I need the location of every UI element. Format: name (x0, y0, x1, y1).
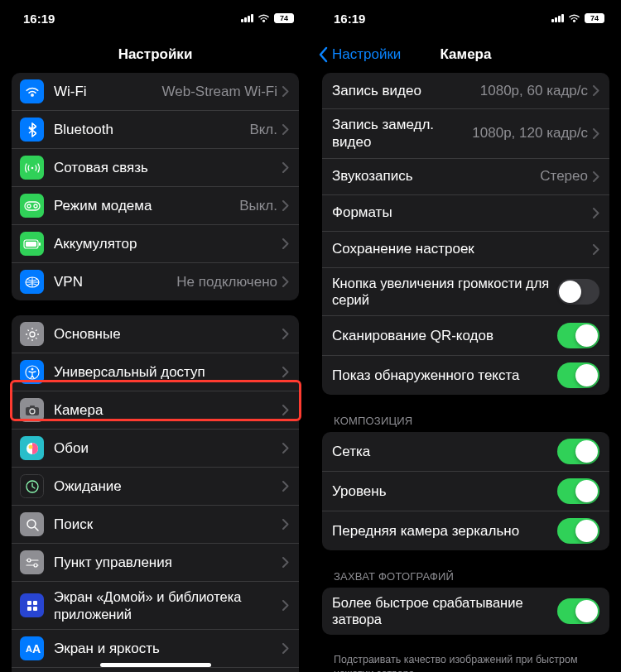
camera-row[interactable]: Более быстрое срабатывание затвора (322, 588, 609, 635)
camera-row[interactable]: ЗвукозаписьСтерео (322, 159, 609, 195)
back-button[interactable]: Настройки (319, 46, 401, 63)
status-bar: 16:19 74 (0, 0, 310, 36)
status-bar: 16:19 74 (310, 0, 621, 36)
svg-point-10 (31, 367, 33, 370)
row-value: Web-Stream Wi-Fi (162, 84, 277, 100)
chevron-right-icon (282, 200, 289, 211)
chevron-right-icon (282, 643, 289, 654)
camera-row[interactable]: Запись замедл. видео1080p, 120 кадр/с (322, 109, 609, 159)
row-label: Ожидание (54, 478, 282, 495)
toggle-switch[interactable] (557, 439, 599, 464)
toggle-switch[interactable] (557, 362, 599, 388)
settings-row-hot[interactable]: Режим модемаВыкл. (12, 187, 299, 225)
row-label: Сетка (332, 443, 557, 460)
row-value: Вкл. (249, 122, 277, 138)
row-label: Аккумулятор (54, 235, 282, 252)
section-header-capture: ЗАХВАТ ФОТОГРАФИЙ (322, 565, 609, 588)
settings-row-siri[interactable]: Siri (12, 668, 299, 672)
chevron-right-icon (282, 162, 289, 173)
camera-row[interactable]: Форматы (322, 195, 609, 232)
wifi-icon (568, 13, 580, 23)
row-label: Звукозапись (332, 167, 540, 185)
settings-row-acc[interactable]: Универсальный доступ (12, 353, 299, 391)
settings-row-sea[interactable]: Поиск (12, 506, 299, 544)
row-label: Запись видео (332, 82, 480, 99)
svg-rect-23 (33, 607, 37, 611)
chevron-right-icon (282, 124, 289, 135)
page-title: Камера (440, 46, 492, 63)
row-label: Пункт управления (54, 554, 282, 571)
row-label: Камера (54, 401, 282, 419)
row-label: Bluetooth (54, 121, 249, 138)
svg-point-0 (31, 166, 33, 169)
chevron-right-icon (282, 276, 289, 287)
row-label: Кнопка увеличения громкости для серий (332, 275, 557, 309)
row-label: Экран и яркость (54, 640, 282, 657)
toggle-switch[interactable] (557, 323, 599, 348)
hot-icon (20, 194, 44, 218)
toggle-switch[interactable] (557, 598, 599, 624)
row-value: 1080p, 60 кадр/с (480, 83, 588, 99)
camera-group-composition: СеткаУровеньПередняя камера зеркально (322, 432, 609, 550)
bri-icon: AA (20, 636, 44, 660)
svg-rect-5 (26, 242, 36, 247)
row-label: Экран «Домой» и библиотека приложений (54, 588, 282, 622)
camera-row[interactable]: Кнопка увеличения громкости для серий (322, 268, 609, 316)
chevron-right-icon (282, 405, 289, 415)
camera-row[interactable]: Сетка (322, 432, 609, 472)
settings-row-bat[interactable]: Аккумулятор (12, 225, 299, 263)
camera-row[interactable]: Уровень (322, 472, 609, 511)
battery-indicator: 74 (274, 13, 294, 23)
settings-row-bt[interactable]: BluetoothВкл. (12, 111, 299, 149)
nav-header: Настройки Камера (310, 36, 621, 73)
chevron-right-icon (282, 557, 289, 568)
wifi-icon (258, 13, 270, 23)
chevron-right-icon (282, 481, 289, 492)
settings-row-wall[interactable]: Обои (12, 430, 299, 468)
row-label: VPN (54, 273, 176, 290)
chevron-right-icon (282, 443, 289, 454)
chevron-right-icon (282, 519, 289, 530)
chevron-right-icon (282, 600, 289, 611)
chevron-right-icon (282, 86, 289, 97)
vpn-icon (20, 270, 44, 294)
gen-icon (20, 322, 44, 346)
camera-group-main: Запись видео1080p, 60 кадр/сЗапись замед… (322, 73, 609, 395)
camera-row[interactable]: Передняя камера зеркально (322, 511, 609, 550)
camera-settings-scroll[interactable]: Запись видео1080p, 60 кадр/сЗапись замед… (310, 73, 621, 672)
nav-header: Настройки (0, 36, 310, 73)
settings-row-cell[interactable]: Сотовая связь (12, 149, 299, 187)
settings-row-gen[interactable]: Основные (12, 315, 299, 353)
settings-row-vpn[interactable]: VPNНе подключено (12, 263, 299, 300)
camera-row[interactable]: Сканирование QR-кодов (322, 316, 609, 356)
svg-rect-22 (27, 607, 31, 611)
settings-row-stb[interactable]: Ожидание (12, 468, 299, 506)
settings-row-cam[interactable]: Камера (12, 391, 299, 430)
cc-icon (20, 550, 44, 574)
settings-row-wifi[interactable]: Wi-FiWeb-Stream Wi-Fi (12, 73, 299, 111)
settings-row-home[interactable]: Экран «Домой» и библиотека приложений (12, 582, 299, 630)
row-label: Основные (54, 325, 282, 343)
row-label: Более быстрое срабатывание затвора (332, 594, 557, 628)
phone-left-settings: 16:19 74 Настройки Wi-FiWeb-Stream Wi-Fi… (0, 0, 310, 672)
status-time: 16:19 (334, 12, 365, 26)
camera-row[interactable]: Сохранение настроек (322, 232, 609, 268)
toggle-switch[interactable] (557, 279, 599, 305)
screenshot-pair: 16:19 74 Настройки Wi-FiWeb-Stream Wi-Fi… (0, 0, 621, 672)
toggle-switch[interactable] (557, 518, 599, 544)
toggle-switch[interactable] (557, 478, 599, 504)
bat-icon (20, 232, 44, 256)
settings-scroll[interactable]: Wi-FiWeb-Stream Wi-FiBluetoothВкл.Сотова… (0, 73, 310, 672)
home-indicator[interactable] (100, 663, 211, 667)
chevron-right-icon (593, 208, 599, 218)
row-label: Запись замедл. видео (332, 116, 472, 151)
row-label: Обои (54, 439, 282, 457)
footer-note-shutter: Подстраивать качество изображений при бы… (322, 650, 609, 672)
row-value: Стерео (540, 168, 588, 185)
camera-row[interactable]: Запись видео1080p, 60 кадр/с (322, 73, 609, 109)
settings-row-cc[interactable]: Пункт управления (12, 544, 299, 582)
row-value: 1080p, 120 кадр/с (472, 125, 588, 142)
camera-row[interactable]: Показ обнаруженного текста (322, 356, 609, 395)
row-label: Универсальный доступ (54, 363, 282, 381)
settings-group-connectivity: Wi-FiWeb-Stream Wi-FiBluetoothВкл.Сотова… (12, 73, 299, 300)
